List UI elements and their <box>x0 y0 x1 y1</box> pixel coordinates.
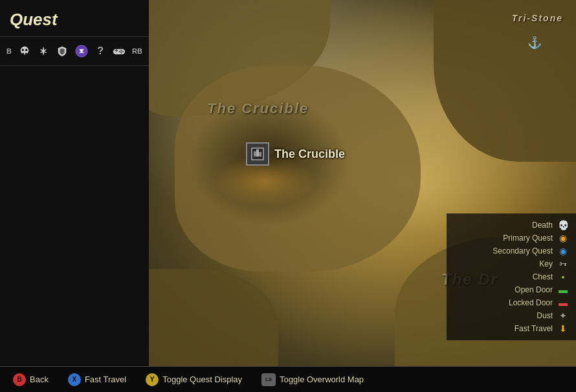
x-button-icon: X <box>68 373 81 386</box>
legend-primary-quest: Primary Quest ◉ <box>454 232 568 245</box>
map-area: Tri-Stone ⚓ The Crucible The Dr The Cruc… <box>149 0 576 366</box>
legend-key: Key 🗝 <box>454 257 568 270</box>
legend-panel: Death 💀 Primary Quest ◉ Secondary Quest … <box>447 213 576 340</box>
legend-dust-label: Dust <box>537 311 553 320</box>
svg-point-15 <box>119 51 121 53</box>
chest-icon: ▪ <box>558 272 568 282</box>
svg-rect-1 <box>254 151 256 157</box>
page-title: Quest <box>10 10 58 29</box>
legend-fast-travel: Fast Travel ⬇ <box>454 322 568 335</box>
legend-death: Death 💀 <box>454 219 568 232</box>
svg-point-7 <box>21 49 24 51</box>
svg-rect-2 <box>256 149 259 157</box>
crucible-map-label: The Crucible <box>207 100 309 117</box>
legend-secondary-quest: Secondary Quest ◉ <box>454 245 568 257</box>
ls-button-icon: LS <box>261 373 276 386</box>
key-icon: 🗝 <box>558 259 568 269</box>
legend-open-door: Open Door ▬ <box>454 283 568 296</box>
legend-secondary-label: Secondary Quest <box>493 246 553 256</box>
death-icon: 💀 <box>558 220 568 230</box>
rb-label[interactable]: RB <box>132 47 142 55</box>
secondary-quest-icon: ◉ <box>558 246 568 256</box>
tristone-icon: ⚓ <box>527 36 540 49</box>
svg-point-13 <box>121 50 123 52</box>
bottom-bar: B Back X Fast Travel Y Toggle Quest Disp… <box>0 366 576 392</box>
legend-dust: Dust ✦ <box>454 309 568 322</box>
svg-point-8 <box>25 49 28 51</box>
legend-locked-door: Locked Door ▬ <box>454 296 568 309</box>
tristone-label: Tri-Stone <box>512 13 563 23</box>
title-area: Quest <box>0 0 149 37</box>
svg-rect-3 <box>259 152 261 157</box>
legend-primary-label: Primary Quest <box>503 234 553 243</box>
crucible-marker[interactable]: The Crucible <box>246 142 345 166</box>
svg-rect-12 <box>116 49 117 52</box>
fast-travel-button[interactable]: X Fast Travel <box>68 373 126 386</box>
svg-rect-6 <box>25 53 27 56</box>
lb-label[interactable]: B <box>6 47 12 55</box>
toggle-quest-label: Toggle Quest Display <box>162 375 242 384</box>
dust-icon: ✦ <box>558 310 568 321</box>
fast-travel-icon: ⬇ <box>558 323 568 334</box>
toggle-quest-button[interactable]: Y Toggle Quest Display <box>146 373 242 386</box>
y-button-icon: Y <box>146 373 159 386</box>
svg-point-4 <box>20 47 28 55</box>
crucible-location-icon <box>246 142 269 166</box>
legend-key-label: Key <box>539 259 553 268</box>
crucible-location-label: The Crucible <box>274 147 345 161</box>
legend-chest-label: Chest <box>533 272 553 281</box>
svg-rect-5 <box>22 53 24 56</box>
toggle-map-label: Toggle Overworld Map <box>280 375 364 384</box>
question-tab-icon[interactable]: ? <box>93 42 107 60</box>
toggle-map-button[interactable]: LS Toggle Overworld Map <box>261 373 364 386</box>
open-door-icon: ▬ <box>558 285 568 295</box>
locked-door-icon: ▬ <box>558 298 568 308</box>
svg-point-14 <box>122 51 124 53</box>
primary-quest-icon: ◉ <box>558 233 568 243</box>
legend-chest: Chest ▪ <box>454 270 568 283</box>
blade-tab-icon[interactable] <box>36 42 50 60</box>
shield-tab-icon[interactable] <box>55 42 70 60</box>
legend-death-label: Death <box>532 221 553 230</box>
quest-tab-icon[interactable] <box>74 42 89 60</box>
controller-tab-icon[interactable] <box>112 42 127 60</box>
back-button[interactable]: B Back <box>13 373 49 386</box>
skull-tab-icon[interactable] <box>17 42 32 60</box>
b-button-icon: B <box>13 373 26 386</box>
legend-open-door-label: Open Door <box>515 285 553 294</box>
fast-travel-label: Fast Travel <box>85 375 126 384</box>
sidebar: Quest B <box>0 0 149 366</box>
legend-locked-door-label: Locked Door <box>509 298 553 307</box>
back-label: Back <box>30 375 49 384</box>
svg-point-16 <box>121 52 123 54</box>
tab-bar: B <box>0 37 149 66</box>
legend-fast-travel-label: Fast Travel <box>515 324 553 333</box>
